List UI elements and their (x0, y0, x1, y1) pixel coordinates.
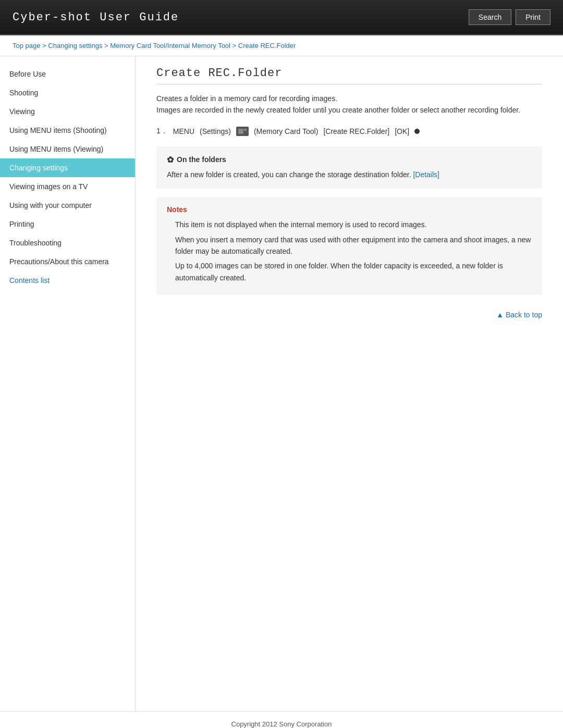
sidebar-item-before-use[interactable]: Before Use (0, 65, 135, 83)
intro-text: Creates a folder in a memory card for re… (156, 93, 542, 116)
back-to-top-link[interactable]: ▲ Back to top (496, 311, 542, 319)
intro-line2: Images are recorded in the newly created… (156, 104, 542, 116)
tips-details-link[interactable]: [Details] (413, 170, 439, 179)
page-title: Create REC.Folder (156, 67, 542, 84)
sidebar-item-viewing-tv[interactable]: Viewing images on a TV (0, 177, 135, 196)
list-item: This item is not displayed when the inte… (167, 219, 532, 230)
notes-title: Notes (167, 205, 532, 214)
tips-text: After a new folder is created, you can c… (167, 169, 532, 180)
header-buttons: Search Print (469, 9, 550, 25)
sidebar-item-using-computer[interactable]: Using with your computer (0, 196, 135, 215)
breadcrumb-create-rec-folder[interactable]: Create REC.Folder (238, 42, 296, 50)
sidebar-item-troubleshooting[interactable]: Troubleshooting (0, 233, 135, 252)
step-ok: [OK] (395, 127, 409, 135)
svg-rect-1 (238, 129, 243, 134)
sidebar-item-changing-settings[interactable]: Changing settings (0, 158, 135, 177)
intro-line1: Creates a folder in a memory card for re… (156, 93, 542, 104)
notes-list: This item is not displayed when the inte… (167, 219, 532, 283)
tips-body-text: After a new folder is created, you can c… (167, 170, 411, 179)
step-settings: (Settings) (200, 127, 231, 135)
breadcrumb: Top page > Changing settings > Memory Ca… (0, 35, 563, 56)
header: Cyber-shot User Guide Search Print (0, 0, 563, 35)
sidebar-item-using-menu-shooting[interactable]: Using MENU items (Shooting) (0, 121, 135, 140)
breadcrumb-memory-card-tool[interactable]: Memory Card Tool/Internal Memory Tool (110, 42, 230, 50)
content-area: Create REC.Folder Creates a folder in a … (136, 56, 563, 711)
list-item: Up to 4,000 images can be stored in one … (167, 260, 532, 283)
sidebar-item-printing[interactable]: Printing (0, 215, 135, 233)
copyright-text: Copyright 2012 Sony Corporation (231, 720, 332, 728)
svg-rect-2 (244, 129, 247, 131)
sidebar-contents-link[interactable]: Contents list (0, 271, 135, 290)
step-row: 1． MENU (Settings) (Memory Card Tool) [C… (156, 127, 542, 136)
step-memory-card-icon (236, 127, 249, 136)
sidebar-item-using-menu-viewing[interactable]: Using MENU items (Viewing) (0, 140, 135, 158)
back-to-top-row: ▲ Back to top (156, 311, 542, 319)
sidebar-item-shooting[interactable]: Shooting (0, 83, 135, 102)
print-button[interactable]: Print (516, 9, 550, 25)
breadcrumb-changing-settings[interactable]: Changing settings (48, 42, 102, 50)
sidebar-item-viewing[interactable]: Viewing (0, 102, 135, 121)
list-item: When you insert a memory card that was u… (167, 234, 532, 257)
app-title: Cyber-shot User Guide (13, 11, 179, 24)
sidebar-item-precautions[interactable]: Precautions/About this camera (0, 252, 135, 271)
step-number: 1． (156, 127, 168, 136)
tips-icon: ✿ (167, 155, 174, 165)
breadcrumb-top-page[interactable]: Top page (13, 42, 41, 50)
search-button[interactable]: Search (469, 9, 511, 25)
notes-box: Notes This item is not displayed when th… (156, 197, 542, 295)
main-layout: Before Use Shooting Viewing Using MENU i… (0, 56, 563, 711)
tips-title: ✿ On the folders (167, 155, 532, 165)
step-create-rec: [Create REC.Folder] (323, 127, 389, 135)
step-menu: MENU (173, 127, 194, 135)
footer: Copyright 2012 Sony Corporation (0, 711, 563, 728)
sidebar: Before Use Shooting Viewing Using MENU i… (0, 56, 136, 711)
step-memory-card-tool: (Memory Card Tool) (254, 127, 318, 135)
tips-box: ✿ On the folders After a new folder is c… (156, 146, 542, 189)
step-bullet-icon (414, 129, 420, 134)
tips-title-text: On the folders (177, 155, 226, 164)
